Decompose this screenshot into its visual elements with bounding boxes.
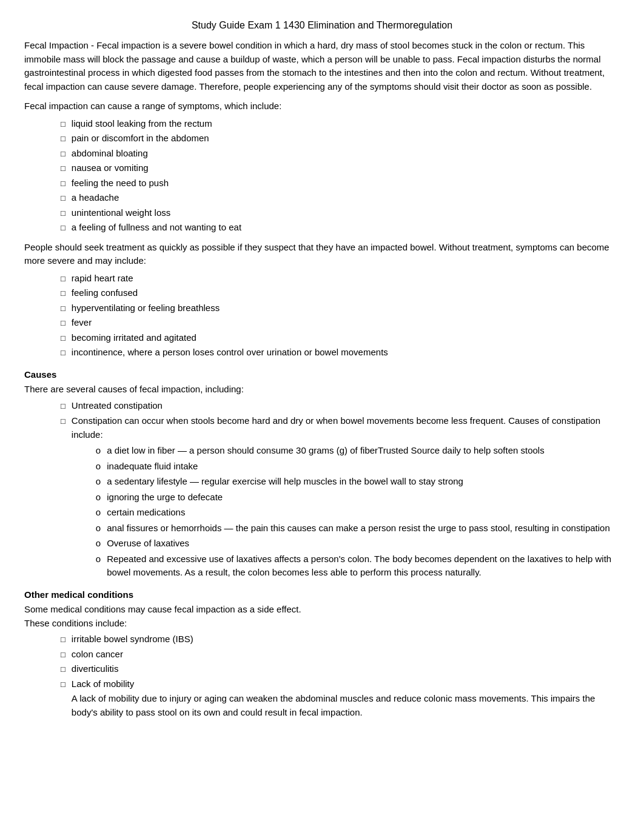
condition-diverticulitis: □ diverticulitis — [61, 662, 620, 676]
sub-bullet-marker: o — [96, 552, 101, 566]
causes-heading: Causes — [24, 368, 620, 382]
bullet-icon: □ — [61, 400, 65, 412]
severe-symptoms-list: rapid heart rate feeling confused hyperv… — [61, 272, 620, 360]
list-item: a feeling of fullness and not wanting to… — [61, 221, 620, 235]
sub-bullet-marker: o — [96, 460, 101, 474]
intro-text: Fecal Impaction - Fecal impaction is a s… — [24, 39, 620, 93]
list-item: feeling the need to push — [61, 176, 620, 190]
list-item: fever — [61, 316, 620, 330]
list-item: o a diet low in fiber — a person should … — [96, 444, 620, 458]
bullet-icon: □ — [61, 679, 65, 691]
seek-treatment-text: People should seek treatment as quickly … — [24, 241, 620, 268]
bullet-icon: □ — [61, 663, 65, 676]
page-title: Study Guide Exam 1 1430 Elimination and … — [24, 18, 620, 33]
sub-bullet-marker: o — [96, 521, 101, 535]
symptoms-list: liquid stool leaking from the rectum pai… — [61, 117, 620, 235]
cause-untreated: □ Untreated constipation — [61, 399, 620, 413]
list-item: rapid heart rate — [61, 272, 620, 286]
list-item: a headache — [61, 191, 620, 205]
list-item: abdominal bloating — [61, 147, 620, 161]
list-item: incontinence, where a person loses contr… — [61, 346, 620, 360]
other-conditions-section: Other medical conditions Some medical co… — [24, 588, 620, 720]
constipation-causes-list: o a diet low in fiber — a person should … — [96, 444, 620, 580]
causes-intro: There are several causes of fecal impact… — [24, 383, 620, 397]
other-conditions-heading: Other medical conditions — [24, 588, 620, 602]
sub-bullet-marker: o — [96, 537, 101, 551]
sub-bullet-marker: o — [96, 444, 101, 458]
condition-lack-of-mobility: □ Lack of mobility — [61, 677, 620, 691]
list-item: liquid stool leaking from the rectum — [61, 117, 620, 131]
list-item: feeling confused — [61, 286, 620, 300]
condition-ibs: □ irritable bowel syndrome (IBS) — [61, 632, 620, 646]
condition-colon-cancer: □ colon cancer — [61, 648, 620, 662]
bullet-icon: □ — [61, 634, 65, 646]
list-item: o Repeated and excessive use of laxative… — [96, 552, 620, 580]
other-conditions-desc2: These conditions include: — [24, 617, 620, 631]
list-item: pain or discomfort in the abdomen — [61, 132, 620, 146]
condition-lack-of-mobility-desc: □ A lack of mobility due to injury or ag… — [61, 692, 620, 719]
cause-constipation: □ Constipation can occur when stools bec… — [61, 414, 620, 582]
list-item: hyperventilating or feeling breathless — [61, 301, 620, 315]
sub-bullet-marker: o — [96, 491, 101, 505]
sub-bullet-marker: o — [96, 506, 101, 520]
list-item: unintentional weight loss — [61, 206, 620, 220]
list-item: o certain medications — [96, 506, 620, 520]
symptoms-intro: Fecal impaction can cause a range of sym… — [24, 99, 620, 113]
list-item: becoming irritated and agitated — [61, 331, 620, 345]
bullet-icon: □ — [61, 649, 65, 661]
list-item: nausea or vomiting — [61, 161, 620, 175]
causes-section: □ Untreated constipation □ Constipation … — [24, 399, 620, 582]
list-item: o anal fissures or hemorrhoids — the pai… — [96, 521, 620, 535]
list-item: o ignoring the urge to defecate — [96, 491, 620, 505]
list-item: o a sedentary lifestyle — regular exerci… — [96, 475, 620, 489]
list-item: o Overuse of laxatives — [96, 537, 620, 551]
sub-bullet-marker: o — [96, 475, 101, 489]
list-item: o inadequate fluid intake — [96, 460, 620, 474]
other-conditions-desc1: Some medical conditions may cause fecal … — [24, 603, 620, 617]
bullet-icon: □ — [61, 415, 65, 428]
